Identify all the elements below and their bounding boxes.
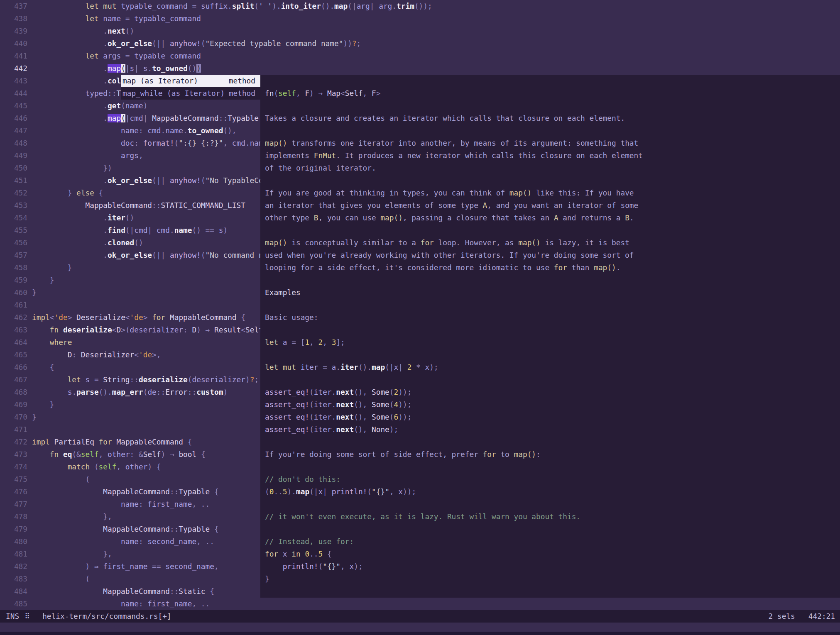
token: used when you're already working with ot…	[265, 251, 634, 259]
token	[32, 550, 103, 558]
token: implements	[265, 151, 314, 160]
completion-item[interactable]: map_while (as Iterator)method	[121, 87, 260, 100]
code-line[interactable]: 438 let name = typable_command	[0, 12, 840, 25]
token: MappableCommand	[103, 587, 170, 596]
doc-line: other type B, you can use map(), passing…	[260, 212, 840, 224]
token: ' '	[259, 2, 272, 10]
token: iter	[340, 363, 358, 371]
token: name	[125, 101, 143, 110]
doc-line: map() is conceptually similar to a for l…	[260, 237, 840, 249]
line-number: 467	[0, 374, 32, 386]
token: , ..	[192, 500, 210, 508]
token: .	[170, 226, 174, 234]
token: Deserialize	[76, 313, 125, 322]
code-line[interactable]: 440 .ok_or_else(|| anyhow!("Expected typ…	[0, 37, 840, 50]
line-number: 460	[0, 286, 32, 299]
token: ()	[188, 64, 196, 73]
token: If you are good at thinking in types, yo…	[265, 188, 509, 197]
token: for	[99, 437, 112, 446]
token: (	[121, 114, 125, 122]
token: ));	[398, 388, 411, 396]
token: second_name	[165, 562, 214, 571]
token: );	[354, 562, 362, 571]
token: =	[90, 375, 103, 384]
doc-line: Basic usage:	[260, 311, 840, 324]
token: |	[370, 2, 379, 10]
line-number: 475	[0, 473, 32, 486]
token: anyhow!	[170, 39, 201, 48]
line-number: 468	[0, 386, 32, 398]
doc-line	[260, 100, 840, 112]
token: ":{} {:?}"	[179, 139, 223, 147]
token: () ==	[192, 226, 218, 234]
code-line[interactable]: 437 let mut typable_command = suffix.spl…	[0, 0, 840, 12]
statusline-left: INS ⠿ helix-term/src/commands.rs[+]	[6, 610, 171, 623]
token: D	[192, 325, 196, 334]
token	[112, 437, 117, 446]
line-number: 437	[0, 0, 32, 12]
token: cmd	[134, 226, 147, 234]
statusline-right: 2 sels 442:21	[769, 610, 835, 623]
token: name	[121, 126, 139, 135]
code-line[interactable]: 485 name: first_name, ..	[0, 598, 840, 610]
token: ::	[130, 375, 139, 384]
token: .	[103, 39, 108, 48]
token	[32, 201, 85, 210]
token: (	[121, 64, 125, 73]
token: than	[567, 263, 594, 272]
token: args	[121, 151, 139, 160]
token	[32, 525, 103, 533]
token: "{}"	[323, 562, 340, 571]
token: <	[241, 325, 245, 334]
token: eq	[63, 450, 72, 459]
line-number: 449	[0, 149, 32, 162]
doc-line: an iterator that gives you elements of s…	[260, 199, 840, 212]
token: ().	[358, 363, 372, 371]
token: s	[68, 388, 72, 396]
line-number: 440	[0, 37, 32, 50]
token	[32, 338, 50, 347]
token	[32, 14, 85, 23]
token: in	[291, 550, 300, 558]
token: map()	[518, 238, 541, 247]
token	[32, 587, 103, 596]
token	[32, 276, 50, 284]
token: },	[103, 512, 112, 521]
completion-item[interactable]: map (as Iterator)method	[121, 75, 260, 87]
token: ?	[250, 375, 255, 384]
code-line[interactable]: 442 .map(|s| s.to_owned())	[0, 62, 840, 75]
token: arg	[379, 2, 392, 10]
token: :	[536, 450, 541, 459]
docs-content: fn(self, F) → Map<Self, F>Takes a closur…	[260, 75, 840, 598]
doc-line	[260, 349, 840, 361]
token: }	[50, 400, 54, 409]
token: (),	[223, 126, 236, 135]
token: ()	[134, 238, 143, 247]
token: (	[201, 176, 206, 185]
doc-line	[260, 436, 840, 448]
token: cmd	[147, 126, 161, 135]
token: let	[85, 2, 98, 10]
line-number: 462	[0, 311, 32, 324]
token	[99, 14, 103, 23]
token: 4	[394, 400, 399, 409]
token: (	[90, 462, 98, 471]
token: ().	[99, 388, 112, 396]
token	[32, 363, 50, 371]
line-number: 480	[0, 535, 32, 548]
token: map()	[265, 238, 287, 247]
line-number: 470	[0, 411, 32, 423]
line-number: 469	[0, 398, 32, 411]
line-number: 454	[0, 212, 32, 224]
line-number: 478	[0, 510, 32, 523]
line-number: 484	[0, 585, 32, 598]
token: cloned	[108, 238, 134, 247]
code-line[interactable]: 439 .next()	[0, 25, 840, 37]
doc-line: for x in 0..5 {	[260, 548, 840, 560]
line-number: 452	[0, 187, 32, 199]
token: {	[210, 525, 218, 533]
token: let	[265, 338, 278, 347]
code-line[interactable]: 441 let args = typable_command	[0, 50, 840, 62]
token: F	[305, 89, 309, 98]
token: MappableCommand	[152, 114, 219, 122]
